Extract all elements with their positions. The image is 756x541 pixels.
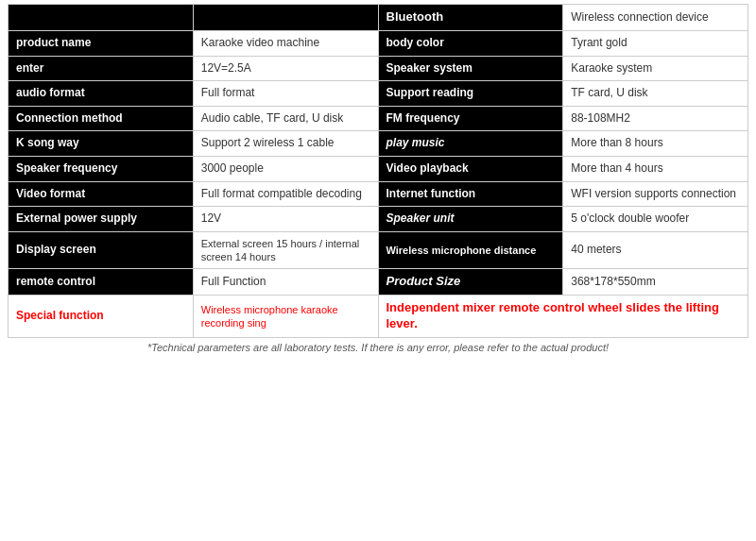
row-value-4-left: Support 2 wireless 1 cable: [193, 131, 378, 157]
row-label-7: External power supply: [9, 207, 194, 232]
row-value-6-left: Full format compatible decoding: [193, 181, 378, 207]
row-value-7-left: 12V: [193, 207, 378, 232]
row-label-5: Speaker frequency: [9, 156, 194, 181]
row-value-9-right: 368*178*550mm: [563, 269, 748, 296]
row-label-2-right: Support reading: [378, 81, 563, 107]
row-label-9: remote control: [9, 269, 194, 296]
table-row: enter 12V=2.5A Speaker system Karaoke sy…: [9, 56, 748, 81]
row-label-0-right: body color: [378, 31, 563, 57]
row-value-5-left: 3000 people: [193, 156, 378, 181]
row-label-1-right: Speaker system: [378, 56, 563, 81]
row-label-6: Video format: [9, 181, 194, 207]
table-row: Display screen External screen 15 hours …: [9, 231, 748, 269]
table-row: K song way Support 2 wireless 1 cable pl…: [9, 131, 748, 157]
table-row: audio format Full format Support reading…: [9, 81, 748, 107]
table-row: product name Karaoke video machine body …: [9, 31, 748, 57]
special-function-label: Special function: [9, 296, 194, 338]
row-label-2: audio format: [9, 81, 194, 107]
row-label-6-right: Internet function: [378, 181, 563, 207]
header-col1: [9, 5, 194, 31]
footnote-text: *Technical parameters are all laboratory…: [8, 342, 748, 353]
specs-table: Bluetooth Wireless connection device pro…: [8, 4, 748, 338]
row-value-8-left: External screen 15 hours / internal scre…: [193, 231, 378, 269]
row-label-9-right: Product Size: [378, 269, 563, 296]
table-header-row: Bluetooth Wireless connection device: [9, 5, 748, 31]
table-row: remote control Full Function Product Siz…: [9, 269, 748, 296]
header-col2: [193, 5, 378, 31]
row-value-1-left: 12V=2.5A: [193, 56, 378, 81]
row-label-5-right: Video playback: [378, 156, 563, 181]
row-value-3-left: Audio cable, TF card, U disk: [193, 106, 378, 131]
row-value-0-left: Karaoke video machine: [193, 31, 378, 57]
row-label-3-right: FM frequency: [378, 106, 563, 131]
row-label-0: product name: [9, 31, 194, 57]
row-label-1: enter: [9, 56, 194, 81]
row-value-7-right: 5 o'clock double woofer: [563, 207, 748, 232]
row-value-5-right: More than 4 hours: [563, 156, 748, 181]
row-label-3: Connection method: [9, 106, 194, 131]
row-value-4-right: More than 8 hours: [563, 131, 748, 157]
special-function-row: Special function Wireless microphone kar…: [9, 296, 748, 338]
row-label-8-right: Wireless microphone distance: [378, 231, 563, 269]
page-container: Bluetooth Wireless connection device pro…: [0, 0, 756, 357]
row-value-3-right: 88-108MH2: [563, 106, 748, 131]
special-function-value-left: Wireless microphone karaoke recording si…: [193, 296, 378, 338]
row-label-8: Display screen: [9, 231, 194, 269]
row-value-9-left: Full Function: [193, 269, 378, 296]
table-row: Connection method Audio cable, TF card, …: [9, 106, 748, 131]
table-row: Speaker frequency 3000 people Video play…: [9, 156, 748, 181]
special-function-value-right: Independent mixer remote control wheel s…: [378, 296, 748, 338]
row-value-2-left: Full format: [193, 81, 378, 107]
header-bluetooth-label: Bluetooth: [378, 5, 563, 31]
row-value-8-right: 40 meters: [563, 231, 748, 269]
row-value-6-right: WFI version supports connection: [563, 181, 748, 207]
table-row: Video format Full format compatible deco…: [9, 181, 748, 207]
row-value-0-right: Tyrant gold: [563, 31, 748, 57]
row-label-4: K song way: [9, 131, 194, 157]
header-bluetooth-value: Wireless connection device: [563, 5, 748, 31]
row-label-4-right: play music: [378, 131, 563, 157]
row-value-1-right: Karaoke system: [563, 56, 748, 81]
table-row: External power supply 12V Speaker unit 5…: [9, 207, 748, 232]
row-label-7-right: Speaker unit: [378, 207, 563, 232]
row-value-2-right: TF card, U disk: [563, 81, 748, 107]
